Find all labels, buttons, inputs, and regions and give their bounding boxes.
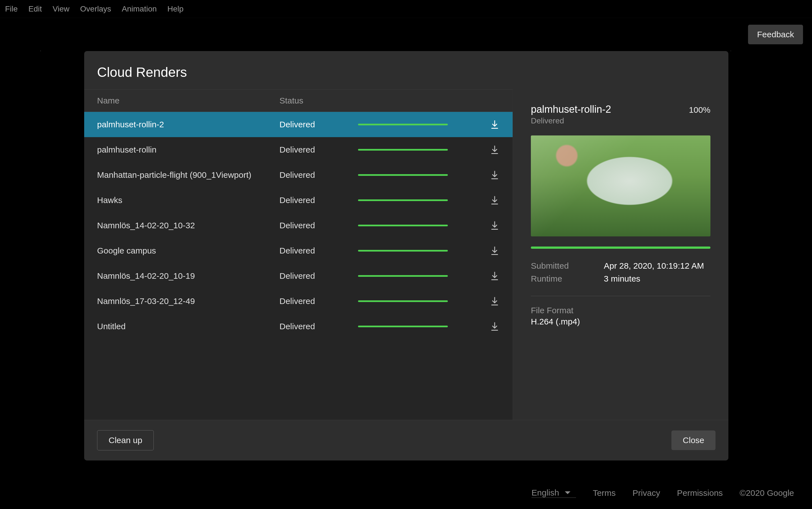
- menu-edit[interactable]: Edit: [28, 4, 42, 13]
- progress-bar: [358, 300, 448, 302]
- chevron-down-icon: [565, 491, 571, 494]
- render-status: Delivered: [280, 322, 358, 331]
- runtime-value: 3 minutes: [604, 274, 710, 283]
- download-icon[interactable]: [490, 296, 500, 306]
- render-progress-cell: [358, 296, 500, 306]
- footer-link-permissions[interactable]: Permissions: [677, 488, 723, 498]
- menu-overlays[interactable]: Overlays: [80, 4, 111, 13]
- progress-bar: [358, 199, 448, 201]
- language-select[interactable]: English: [531, 488, 576, 498]
- download-icon[interactable]: [490, 120, 500, 130]
- runtime-label: Runtime: [531, 274, 604, 283]
- render-progress-cell: [358, 145, 500, 155]
- column-header-name: Name: [97, 96, 280, 105]
- render-progress-cell: [358, 170, 500, 180]
- render-status: Delivered: [280, 271, 358, 281]
- render-status: Delivered: [280, 246, 358, 256]
- feedback-button[interactable]: Feedback: [748, 25, 803, 44]
- render-status: Delivered: [280, 297, 358, 306]
- download-icon[interactable]: [490, 170, 500, 180]
- progress-bar: [358, 225, 448, 226]
- details-title: palmhuset-rollin-2: [531, 103, 611, 115]
- language-label: English: [531, 488, 559, 498]
- progress-bar: [358, 275, 448, 277]
- render-row[interactable]: Manhattan-particle-flight (900_1Viewport…: [84, 162, 513, 188]
- render-progress-cell: [358, 246, 500, 256]
- menu-help[interactable]: Help: [167, 4, 184, 13]
- list-header: Name Status: [84, 90, 513, 112]
- render-status: Delivered: [280, 196, 358, 205]
- render-name: palmhuset-rollin: [97, 145, 280, 155]
- download-icon[interactable]: [490, 145, 500, 155]
- footer-link-privacy[interactable]: Privacy: [632, 488, 660, 498]
- divider: [531, 296, 710, 296]
- file-format-value: H.264 (.mp4): [531, 317, 710, 327]
- render-status: Delivered: [280, 120, 358, 129]
- cleanup-button[interactable]: Clean up: [97, 430, 154, 450]
- modal-footer: Clean up Close: [84, 420, 728, 461]
- progress-bar: [358, 250, 448, 251]
- download-icon[interactable]: [490, 220, 500, 231]
- column-header-status: Status: [280, 96, 358, 105]
- cloud-renders-modal: Cloud Renders Name Status palmhuset-roll…: [84, 51, 728, 461]
- footer-link-terms[interactable]: Terms: [593, 488, 616, 498]
- menu-file[interactable]: File: [5, 4, 18, 13]
- render-name: Namnlös_14-02-20_10-19: [97, 271, 280, 281]
- render-row[interactable]: palmhuset-rollinDelivered: [84, 137, 513, 162]
- render-status: Delivered: [280, 145, 358, 155]
- details-percent: 100%: [689, 105, 710, 115]
- render-details-panel: palmhuset-rollin-2 100% Delivered Submit…: [513, 90, 728, 420]
- render-name: palmhuset-rollin-2: [97, 120, 280, 129]
- render-row[interactable]: HawksDelivered: [84, 188, 513, 213]
- render-status: Delivered: [280, 170, 358, 180]
- render-progress-cell: [358, 120, 500, 130]
- render-row[interactable]: Namnlös_14-02-20_10-32Delivered: [84, 213, 513, 238]
- details-progress-bar: [531, 246, 710, 249]
- modal-title: Cloud Renders: [84, 51, 728, 90]
- progress-bar: [358, 326, 448, 327]
- render-name: Namnlös_14-02-20_10-32: [97, 221, 280, 230]
- submitted-value: Apr 28, 2020, 10:19:12 AM: [604, 261, 710, 271]
- footer-bar: English Terms Privacy Permissions ©2020 …: [531, 488, 794, 498]
- download-icon[interactable]: [490, 246, 500, 256]
- render-row[interactable]: UntitledDelivered: [84, 314, 513, 339]
- download-icon[interactable]: [490, 195, 500, 205]
- render-name: Namnlös_17-03-20_12-49: [97, 297, 280, 306]
- menu-view[interactable]: View: [53, 4, 69, 13]
- render-row[interactable]: Namnlös_14-02-20_10-19Delivered: [84, 263, 513, 289]
- progress-bar: [358, 174, 448, 176]
- render-name: Google campus: [97, 246, 280, 256]
- render-name: Untitled: [97, 322, 280, 331]
- download-icon[interactable]: [490, 271, 500, 281]
- file-format-label: File Format: [531, 306, 710, 315]
- submitted-label: Submitted: [531, 261, 604, 271]
- progress-bar: [358, 149, 448, 150]
- render-name: Hawks: [97, 196, 280, 205]
- preview-thumbnail: [531, 135, 710, 236]
- menubar: FileEditViewOverlaysAnimationHelp: [0, 0, 812, 18]
- render-progress-cell: [358, 271, 500, 281]
- render-name: Manhattan-particle-flight (900_1Viewport…: [97, 170, 280, 180]
- menu-animation[interactable]: Animation: [122, 4, 157, 13]
- render-progress-cell: [358, 220, 500, 231]
- render-row[interactable]: palmhuset-rollin-2Delivered: [84, 112, 513, 137]
- progress-bar: [358, 124, 448, 125]
- download-icon[interactable]: [490, 321, 500, 332]
- details-status: Delivered: [531, 116, 710, 125]
- copyright: ©2020 Google: [740, 488, 794, 498]
- render-list: Name Status palmhuset-rollin-2Deliveredp…: [84, 90, 513, 420]
- render-row[interactable]: Google campusDelivered: [84, 238, 513, 263]
- close-button[interactable]: Close: [672, 431, 715, 450]
- render-progress-cell: [358, 321, 500, 332]
- render-row[interactable]: Namnlös_17-03-20_12-49Delivered: [84, 289, 513, 314]
- render-status: Delivered: [280, 221, 358, 230]
- render-progress-cell: [358, 195, 500, 205]
